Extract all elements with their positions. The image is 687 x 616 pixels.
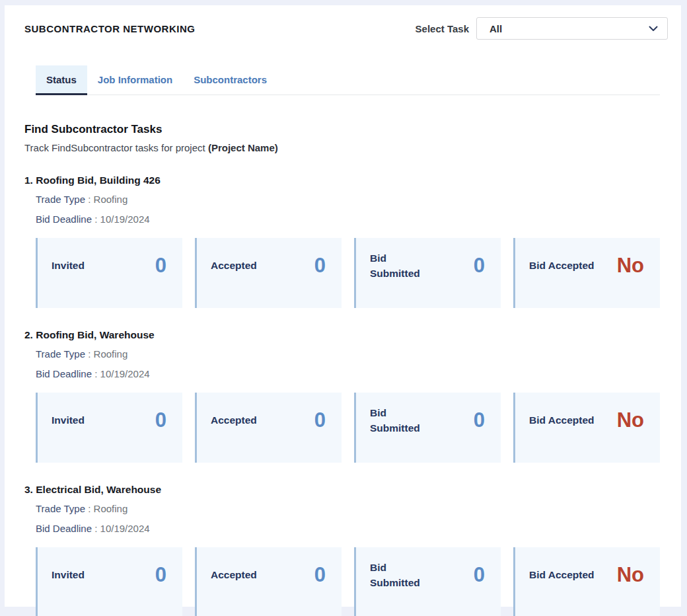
stat-label: Bid Submitted — [370, 250, 439, 282]
find-subcontractor-tasks-section: Find Subcontractor Tasks Track FindSubco… — [5, 123, 681, 616]
task-heading: 2. Roofing Bid, Warehouse — [24, 329, 660, 341]
stat-label: Bid Submitted — [370, 560, 439, 591]
stat-label: Accepted — [211, 412, 257, 428]
separator: : — [88, 503, 93, 514]
stat-label: Accepted — [211, 567, 257, 582]
stat-card-accepted: Accepted0 — [195, 238, 342, 308]
stat-card-accepted: Accepted0 — [195, 393, 342, 463]
tab-job-information[interactable]: Job Information — [87, 65, 183, 95]
task-details: Trade Type : Roofing Bid Deadline : 10/1… — [36, 348, 660, 379]
select-task-label: Select Task — [416, 23, 469, 34]
stat-label: Bid Accepted — [529, 567, 594, 582]
trade-type-value: Roofing — [94, 348, 128, 360]
select-task-group: Select Task All — [416, 17, 668, 40]
project-name-placeholder: (Project Name) — [208, 142, 278, 153]
task-item: 2. Roofing Bid, Warehouse Trade Type : R… — [24, 329, 660, 463]
stat-value: 0 — [314, 254, 326, 278]
stat-card-invited: Invited0 — [36, 547, 182, 616]
stat-label: Invited — [52, 412, 85, 428]
separator: : — [94, 213, 100, 225]
trade-type-line: Trade Type : Roofing — [36, 503, 660, 514]
bid-deadline-line: Bid Deadline : 10/19/2024 — [36, 213, 660, 225]
task-item: 3. Electrical Bid, Warehouse Trade Type … — [24, 484, 660, 616]
stat-value: No — [617, 408, 644, 432]
separator: : — [94, 368, 100, 379]
trade-type-label: Trade Type — [36, 348, 85, 360]
section-subtitle: Track FindSubcontractor tasks for projec… — [24, 142, 660, 153]
task-title: Roofing Bid, Building 426 — [36, 174, 161, 186]
task-heading: 1. Roofing Bid, Building 426 — [24, 174, 660, 186]
bid-deadline-label: Bid Deadline — [36, 213, 92, 225]
page-title: SUBCONTRACTOR NETWORKING — [24, 23, 195, 34]
trade-type-label: Trade Type — [36, 503, 85, 514]
bid-deadline-label: Bid Deadline — [36, 368, 92, 379]
stat-value: 0 — [474, 563, 485, 587]
stat-label: Accepted — [211, 258, 257, 273]
select-task-dropdown[interactable]: All — [476, 17, 668, 40]
stat-label: Bid Accepted — [529, 412, 594, 428]
bid-deadline-value: 10/19/2024 — [100, 213, 150, 225]
chevron-down-icon — [649, 26, 658, 32]
task-number: 3. — [24, 484, 33, 495]
stat-card-bid-submitted: Bid Submitted0 — [354, 547, 501, 616]
tab-status[interactable]: Status — [36, 65, 87, 95]
header: SUBCONTRACTOR NETWORKING Select Task All — [5, 5, 681, 40]
stat-value: 0 — [155, 563, 166, 587]
stat-value: 0 — [314, 563, 326, 587]
select-task-value: All — [489, 23, 502, 34]
stat-value: 0 — [155, 254, 166, 278]
trade-type-label: Trade Type — [36, 194, 85, 205]
trade-type-line: Trade Type : Roofing — [36, 194, 660, 205]
stat-value: No — [617, 254, 644, 278]
stats-row: Invited0 Accepted0 Bid Submitted0 Bid Ac… — [36, 238, 660, 308]
bid-deadline-value: 10/19/2024 — [100, 368, 150, 379]
task-heading: 3. Electrical Bid, Warehouse — [24, 484, 660, 496]
stat-card-bid-accepted: Bid AcceptedNo — [513, 238, 660, 308]
task-title: Roofing Bid, Warehouse — [36, 329, 154, 340]
stat-value: No — [617, 563, 644, 587]
tab-bar: Status Job Information Subcontractors — [36, 65, 660, 95]
stat-card-accepted: Accepted0 — [195, 547, 342, 616]
bid-deadline-line: Bid Deadline : 10/19/2024 — [36, 523, 660, 534]
task-item: 1. Roofing Bid, Building 426 Trade Type … — [24, 174, 660, 308]
stat-card-bid-submitted: Bid Submitted0 — [354, 238, 501, 308]
stat-card-invited: Invited0 — [36, 393, 182, 463]
stats-row: Invited0 Accepted0 Bid Submitted0 Bid Ac… — [36, 547, 660, 616]
task-details: Trade Type : Roofing Bid Deadline : 10/1… — [36, 194, 660, 225]
stat-value: 0 — [474, 254, 485, 278]
bid-deadline-line: Bid Deadline : 10/19/2024 — [36, 368, 660, 379]
stat-card-bid-submitted: Bid Submitted0 — [354, 393, 501, 463]
task-number: 1. — [24, 174, 33, 186]
stat-value: 0 — [155, 408, 166, 432]
bid-deadline-label: Bid Deadline — [36, 523, 92, 534]
trade-type-line: Trade Type : Roofing — [36, 348, 660, 360]
stat-label: Invited — [52, 567, 85, 582]
stats-row: Invited0 Accepted0 Bid Submitted0 Bid Ac… — [36, 393, 660, 463]
separator: : — [88, 348, 93, 360]
subtitle-text: Track FindSubcontractor tasks for projec… — [24, 142, 208, 153]
stat-label: Bid Accepted — [529, 258, 594, 273]
stat-value: 0 — [474, 408, 485, 432]
separator: : — [88, 194, 93, 205]
stat-label: Invited — [52, 258, 85, 273]
stat-card-invited: Invited0 — [36, 238, 182, 308]
section-title: Find Subcontractor Tasks — [24, 123, 660, 136]
stat-card-bid-accepted: Bid AcceptedNo — [513, 547, 660, 616]
tab-subcontractors[interactable]: Subcontractors — [183, 65, 277, 95]
task-details: Trade Type : Roofing Bid Deadline : 10/1… — [36, 503, 660, 534]
trade-type-value: Roofing — [94, 503, 128, 514]
main-panel: SUBCONTRACTOR NETWORKING Select Task All… — [5, 5, 681, 607]
task-number: 2. — [24, 329, 33, 340]
task-title: Electrical Bid, Warehouse — [36, 484, 161, 495]
trade-type-value: Roofing — [94, 194, 128, 205]
stat-value: 0 — [314, 408, 326, 432]
separator: : — [94, 523, 100, 534]
bid-deadline-value: 10/19/2024 — [100, 523, 150, 534]
stat-label: Bid Submitted — [370, 405, 439, 436]
stat-card-bid-accepted: Bid AcceptedNo — [513, 393, 660, 463]
